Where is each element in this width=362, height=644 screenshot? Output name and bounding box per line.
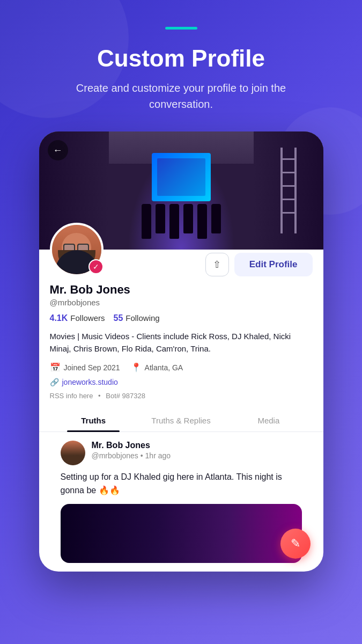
avatar-wrapper: ✓	[50, 223, 104, 276]
post-avatar	[61, 441, 85, 465]
share-button[interactable]: ⇧	[205, 253, 229, 276]
following-count: 55	[113, 313, 123, 323]
post-content: Setting up for a DJ Khaled gig here in A…	[61, 471, 302, 497]
verified-badge: ✓	[88, 259, 104, 274]
following-label: Following	[125, 313, 159, 323]
post-time: 1hr ago	[145, 451, 171, 460]
avatar-row: ✓ ⇧ Edit Profile	[50, 223, 313, 276]
share-icon: ⇧	[213, 259, 221, 270]
profile-name: Mr. Bob Jones	[50, 283, 313, 297]
followers-stat[interactable]: 4.1K Followers	[50, 313, 105, 323]
edit-profile-button[interactable]: Edit Profile	[234, 253, 313, 276]
accent-line	[165, 27, 197, 30]
post-meta: Mr. Bob Jones @mrbobjones • 1hr ago	[92, 441, 302, 460]
meta-row: 📅 Joined Sep 2021 📍 Atlanta, GA	[50, 362, 313, 372]
profile-actions: ⇧ Edit Profile	[205, 253, 313, 276]
rss-row: RSS info here • Bot# 987328	[50, 392, 313, 400]
post-section: Mr. Bob Jones @mrbobjones • 1hr ago Sett…	[50, 432, 313, 572]
tab-media-label: Media	[257, 416, 279, 425]
following-stat[interactable]: 55 Following	[113, 313, 159, 323]
tab-truths-replies[interactable]: Truths & Replies	[137, 408, 225, 431]
rss-dot: •	[98, 392, 101, 400]
profile-bio: Movies | Music Videos - Clients include …	[50, 331, 313, 355]
tab-truths-replies-label: Truths & Replies	[151, 416, 210, 425]
cover-ladder	[280, 148, 297, 233]
bot-label: Bot# 987328	[106, 392, 145, 400]
post-author-info: @mrbobjones • 1hr ago	[92, 451, 302, 460]
cover-screen	[152, 153, 211, 201]
back-arrow-icon: ←	[53, 145, 63, 156]
followers-label: Followers	[70, 313, 105, 323]
post-image	[61, 504, 302, 563]
hero-subtitle: Create and customize your profile to joi…	[69, 80, 294, 112]
post-separator: •	[141, 451, 145, 460]
joined-info: 📅 Joined Sep 2021	[50, 362, 120, 372]
location-icon: 📍	[131, 362, 142, 372]
back-button[interactable]: ←	[48, 140, 68, 160]
post-author-name: Mr. Bob Jones	[92, 441, 302, 450]
location-text: Atlanta, GA	[145, 363, 183, 372]
website-link[interactable]: 🔗 joneworks.studio	[50, 378, 313, 386]
rss-label: RSS info here	[50, 392, 93, 400]
followers-count: 4.1K	[50, 313, 68, 323]
post-header: Mr. Bob Jones @mrbobjones • 1hr ago	[61, 441, 302, 465]
phone-mockup: ←	[39, 131, 323, 572]
tab-truths[interactable]: Truths	[50, 408, 137, 431]
link-icon: 🔗	[50, 378, 59, 386]
calendar-icon: 📅	[50, 362, 61, 372]
website-text: joneworks.studio	[62, 378, 118, 386]
stats-row: 4.1K Followers 55 Following	[50, 313, 313, 323]
website-row: 🔗 joneworks.studio	[50, 378, 313, 386]
post-handle: @mrbobjones	[92, 451, 138, 460]
compose-button[interactable]: ✎	[280, 529, 311, 559]
tabs-row: Truths Truths & Replies Media	[39, 408, 323, 432]
tab-truths-label: Truths	[81, 416, 106, 425]
hero-title: Custom Profile	[97, 46, 265, 71]
tab-media[interactable]: Media	[225, 408, 312, 431]
profile-handle: @mrbobjones	[50, 298, 313, 307]
joined-text: Joined Sep 2021	[64, 363, 120, 372]
profile-section: ✓ ⇧ Edit Profile Mr. Bob Jones @mrbobjon…	[39, 223, 323, 572]
compose-icon: ✎	[291, 537, 300, 551]
location-info: 📍 Atlanta, GA	[131, 362, 183, 372]
